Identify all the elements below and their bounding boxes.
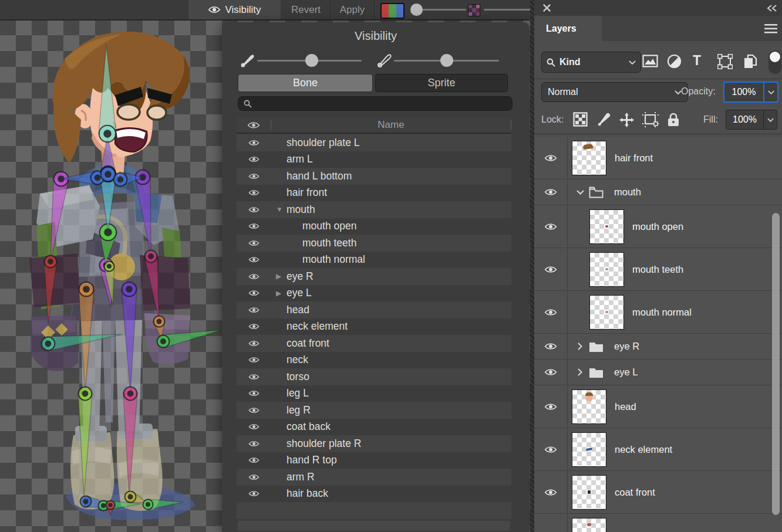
tab-bone[interactable]: Bone	[238, 74, 373, 92]
panel-gutter[interactable]	[530, 0, 534, 532]
bone-row-mouth-open[interactable]: mouth open	[237, 218, 511, 235]
row-visibility-toggle[interactable]	[237, 189, 271, 196]
layers-scrollbar-thumb[interactable]	[772, 213, 780, 515]
layer-name[interactable]: neck element	[615, 444, 672, 455]
layer-thumbnail[interactable]	[572, 518, 606, 532]
bone-row-label[interactable]: arm R	[286, 471, 315, 483]
lock-image-pixels-icon[interactable]	[596, 112, 612, 127]
bone-colors-swatch[interactable]	[380, 3, 405, 19]
layer-row-partial[interactable]	[534, 514, 782, 532]
bone-row-label[interactable]: hair front	[286, 187, 327, 199]
bone-row-label[interactable]: eye L	[286, 287, 312, 299]
row-visibility-toggle[interactable]	[237, 456, 271, 464]
bone-row-hair-front[interactable]: hair front	[237, 185, 511, 202]
layer-thumbnail[interactable]	[572, 141, 606, 175]
row-visibility-toggle[interactable]	[237, 373, 271, 381]
row-visibility-toggle[interactable]	[237, 423, 271, 431]
bone-row-mouth-normal[interactable]: mouth normal	[237, 252, 511, 269]
search-input[interactable]	[238, 96, 513, 111]
layer-name[interactable]: coat front	[615, 487, 655, 498]
filter-shape-layers-icon[interactable]	[717, 54, 733, 69]
layer-group-row-eye-L[interactable]: eye L	[534, 360, 782, 385]
bone-row-neck[interactable]: neck	[237, 352, 511, 369]
bone-row-label[interactable]: neck	[286, 354, 308, 366]
panel-menu-icon[interactable]	[764, 24, 777, 33]
bone-row-label[interactable]: arm L	[286, 153, 313, 165]
layer-visibility-toggle[interactable]	[534, 360, 568, 385]
bone-row-label[interactable]: neck element	[286, 320, 348, 333]
row-visibility-toggle[interactable]	[237, 340, 271, 347]
sprite-dim-slider-track[interactable]	[484, 9, 532, 11]
bone-row-label[interactable]: mouth open	[302, 220, 356, 232]
row-visibility-toggle[interactable]	[237, 155, 271, 163]
bone-row-leg-L[interactable]: leg L	[237, 385, 511, 402]
layer-group-row-mouth[interactable]: mouth	[534, 179, 782, 205]
bone-row-hair-back[interactable]: hair back	[237, 486, 511, 503]
layer-visibility-toggle[interactable]	[534, 205, 568, 248]
bone-color-slider-knob[interactable]	[410, 4, 423, 16]
triangle-collapsed-icon[interactable]: ▶	[276, 289, 286, 297]
layer-row-mouth-normal[interactable]: mouth normal	[534, 291, 782, 334]
bone-opacity-slider-knob[interactable]	[305, 54, 318, 67]
sprite-opacity-slider-knob[interactable]	[440, 54, 453, 67]
chevron-right-icon[interactable]	[572, 368, 588, 376]
bone-row-label[interactable]: coat front	[286, 337, 329, 350]
apply-button[interactable]: Apply	[332, 0, 373, 19]
layer-name[interactable]: mouth	[614, 187, 641, 198]
lock-transparent-pixels-icon[interactable]	[573, 112, 588, 127]
layer-visibility-toggle[interactable]	[534, 179, 568, 205]
row-visibility-toggle[interactable]	[237, 239, 271, 247]
bone-row-mouth[interactable]: ▼mouth	[237, 201, 511, 218]
bone-row-label[interactable]: hand R top	[286, 454, 337, 466]
bone-row-neck-element[interactable]: neck element	[237, 318, 511, 336]
fill-value-box[interactable]: 100%	[726, 110, 777, 130]
row-visibility-toggle[interactable]	[237, 289, 271, 297]
bone-row-shoulder-plate-L[interactable]: shoulder plate L	[237, 134, 511, 151]
row-visibility-toggle[interactable]	[237, 206, 271, 214]
layer-name[interactable]: eye R	[614, 341, 639, 352]
layer-thumbnail[interactable]	[572, 475, 606, 510]
row-visibility-toggle[interactable]	[237, 306, 271, 314]
close-icon[interactable]	[543, 4, 551, 12]
layer-visibility-toggle[interactable]	[534, 428, 568, 470]
filter-adjustment-layers-icon[interactable]	[667, 54, 682, 69]
layer-name[interactable]: mouth normal	[632, 307, 692, 318]
filter-pixel-layers-icon[interactable]	[642, 54, 658, 68]
bone-row-mouth-teeth[interactable]: mouth teeth	[237, 235, 511, 252]
bone-row-coat-front[interactable]: coat front	[237, 335, 511, 352]
collapse-panel-icon[interactable]	[767, 5, 777, 12]
header-eye-icon[interactable]	[237, 121, 271, 130]
layer-thumbnail[interactable]	[572, 389, 606, 424]
tab-sprite[interactable]: Sprite	[375, 74, 508, 92]
opacity-value-box[interactable]: 100%	[723, 82, 778, 103]
opacity-chevron[interactable]	[763, 83, 777, 101]
bone-row-torso[interactable]: torso	[237, 368, 511, 385]
bone-row-label[interactable]: leg R	[286, 404, 311, 416]
bone-row-shoulder-plate-R[interactable]: shoulder plate R	[237, 435, 511, 452]
bone-row-label[interactable]: mouth teeth	[302, 237, 356, 249]
row-visibility-toggle[interactable]	[237, 440, 271, 448]
bone-row-coat-back[interactable]: coat back	[237, 419, 511, 436]
layer-visibility-toggle[interactable]	[534, 291, 568, 333]
bone-row-label[interactable]: eye R	[286, 270, 314, 283]
layer-visibility-toggle[interactable]	[534, 514, 568, 532]
lock-all-icon[interactable]	[667, 112, 680, 127]
bone-row-label[interactable]: mouth normal	[302, 253, 365, 266]
layer-row-mouth-open[interactable]: mouth open	[534, 205, 782, 248]
layer-visibility-toggle[interactable]	[534, 385, 568, 428]
row-visibility-toggle[interactable]	[237, 473, 271, 481]
layer-thumbnail[interactable]	[572, 432, 606, 467]
row-visibility-toggle[interactable]	[237, 139, 271, 147]
layer-visibility-toggle[interactable]	[534, 137, 568, 179]
bone-row-label[interactable]: shoulder plate R	[286, 438, 361, 450]
layer-row-neck-element[interactable]: neck element	[534, 428, 782, 471]
tab-layers[interactable]: Layers	[534, 16, 602, 41]
bone-row-arm-L[interactable]: arm L	[237, 151, 511, 168]
chevron-down-icon[interactable]	[572, 190, 588, 195]
layer-row-coat-front[interactable]: coat front	[534, 471, 782, 514]
fill-chevron[interactable]	[763, 110, 777, 129]
layer-row-hair-front[interactable]: hair front	[534, 137, 782, 179]
row-visibility-toggle[interactable]	[237, 222, 271, 230]
row-visibility-toggle[interactable]	[237, 490, 271, 497]
layer-thumbnail[interactable]	[589, 252, 624, 287]
